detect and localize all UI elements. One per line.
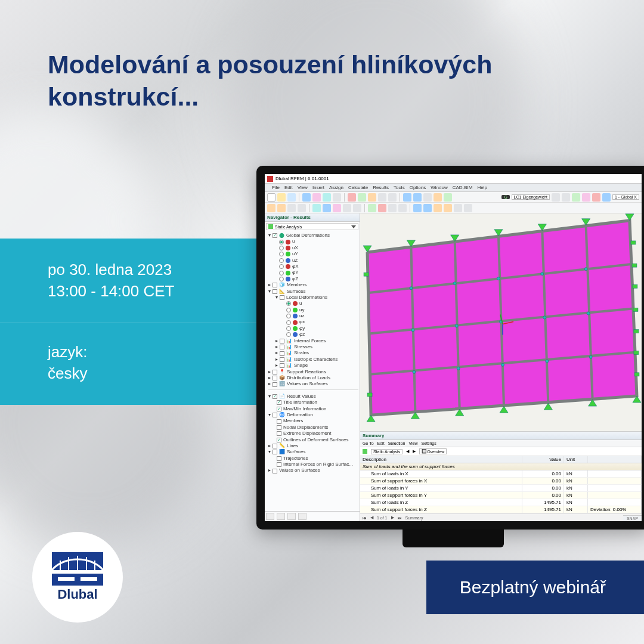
nav-tab-icon[interactable] [287, 513, 296, 520]
tool-icon[interactable] [388, 204, 397, 212]
tree-axis[interactable]: uY [292, 251, 298, 257]
tree-axis[interactable]: u [299, 301, 302, 306]
tool-icon[interactable] [413, 193, 422, 202]
tool-icon[interactable] [358, 193, 366, 202]
tree-extreme[interactable]: Extreme Displacement [283, 431, 331, 436]
open-icon[interactable] [277, 193, 286, 202]
menu-edit[interactable]: Edit [284, 185, 293, 190]
menu-assign[interactable]: Assign [329, 185, 343, 190]
prev-icon[interactable] [552, 193, 560, 202]
tool-icon[interactable] [434, 193, 442, 202]
tool-icon[interactable] [287, 204, 296, 212]
tool-icon[interactable] [444, 204, 452, 212]
tree-shape[interactable]: Shape [294, 363, 308, 369]
tree-members[interactable]: Members [287, 282, 306, 288]
navigator-footer[interactable] [265, 511, 360, 521]
menu-bar[interactable]: File Edit View Insert Assign Calculate R… [265, 184, 642, 192]
new-icon[interactable] [267, 193, 275, 202]
tool-icon[interactable] [368, 204, 376, 212]
view-combo[interactable]: 1 - Global X [612, 194, 639, 200]
tree-outlines[interactable]: Outlines of Deformed Surfaces [283, 437, 348, 443]
tree-axis[interactable]: u [292, 239, 295, 244]
tree-values-surf2[interactable]: Values on Surfaces [279, 467, 320, 473]
menu-results[interactable]: Results [373, 185, 389, 190]
tree-axis[interactable]: φy [299, 326, 305, 332]
tree-axis[interactable]: uy [299, 307, 304, 313]
next-icon[interactable]: ▶ [391, 515, 394, 520]
tool-icon[interactable] [378, 193, 386, 202]
tree-axis[interactable]: φX [292, 264, 299, 270]
menu-cadbim[interactable]: CAD-BIM [453, 185, 473, 190]
tool-icon[interactable] [348, 193, 356, 202]
next-icon[interactable] [562, 193, 570, 202]
menu-options[interactable]: Options [410, 185, 426, 190]
tree-surfaces2[interactable]: Surfaces [287, 449, 306, 455]
tool-icon[interactable] [333, 204, 341, 212]
menu-tools[interactable]: Tools [394, 185, 405, 190]
tree-axis[interactable]: uZ [292, 258, 298, 264]
tool-icon[interactable] [423, 193, 432, 202]
tree-stresses[interactable]: Stresses [294, 344, 312, 350]
summary-menubar[interactable]: Go To Edit Selection View Settings [360, 440, 642, 447]
next-icon[interactable]: ▶ [413, 449, 416, 454]
tree-deformation[interactable]: Deformation [287, 412, 313, 418]
loadcase-combo[interactable]: LC1 Eigengewicht [512, 194, 550, 200]
summary-settings[interactable]: Settings [421, 441, 436, 445]
tool-icon[interactable] [602, 193, 611, 202]
nav-tab-icon[interactable] [277, 513, 285, 520]
overview-combo[interactable]: 🔲 Overview [419, 448, 447, 454]
tree-axis[interactable]: φx [299, 319, 305, 325]
summary-edit[interactable]: Edit [377, 441, 385, 445]
menu-help[interactable]: Help [477, 185, 487, 190]
menu-file[interactable]: File [272, 185, 280, 190]
menu-insert[interactable]: Insert [312, 185, 324, 190]
summary-view[interactable]: View [408, 441, 417, 445]
tool-icon[interactable] [388, 193, 397, 202]
analysis-combo[interactable]: Static Analysis [266, 223, 358, 230]
tool-icon[interactable] [343, 204, 351, 212]
tool-icon[interactable] [333, 193, 341, 202]
tool-icon[interactable] [368, 193, 376, 202]
navigator-panel[interactable]: Navigator - Results Static Analysis ▾⬤Gl… [265, 213, 360, 521]
tree-isotropic[interactable]: Isotropic Characteris [294, 357, 338, 363]
tool-icon[interactable] [572, 193, 580, 202]
tool-icon[interactable] [302, 193, 311, 202]
summary-pager[interactable]: ⏮ ◀ 1 of 1 ▶ ⏭ Summary [360, 513, 642, 521]
summary-goto[interactable]: Go To [363, 441, 374, 445]
tool-icon[interactable] [423, 204, 432, 212]
tree-axis[interactable]: φZ [292, 276, 298, 282]
toolbar-1[interactable]: G LC1 Eigengewicht 1 - Global X [265, 192, 642, 203]
tool-icon[interactable] [454, 204, 462, 212]
tool-icon[interactable] [434, 204, 442, 212]
tool-icon[interactable] [378, 204, 386, 212]
tree-trajectories[interactable]: Trajectories [283, 456, 308, 462]
tree-axis[interactable]: φz [299, 332, 305, 338]
tree-result-values[interactable]: Result Values [287, 394, 316, 400]
tree-axis[interactable]: uX [292, 245, 298, 251]
tree-title-info[interactable]: Title Information [283, 400, 317, 405]
tool-icon[interactable] [267, 204, 275, 212]
tree-internal-forces[interactable]: Internal Forces [294, 338, 326, 344]
prev-icon[interactable]: ◀ [406, 449, 409, 454]
menu-window[interactable]: Window [431, 185, 447, 190]
tree-axis[interactable]: uz [299, 313, 304, 319]
tool-icon[interactable] [312, 193, 321, 202]
tree-maxmin[interactable]: Max/Min Information [283, 406, 326, 412]
tool-icon[interactable] [353, 204, 361, 212]
tool-icon[interactable] [312, 204, 321, 212]
tree-values-surfaces[interactable]: Values on Surfaces [287, 381, 328, 387]
tool-icon[interactable] [403, 193, 411, 202]
tool-icon[interactable] [444, 193, 452, 202]
tree-rigid[interactable]: Internal Forces on Rigid Surfac... [283, 462, 353, 467]
toolbar-2[interactable] [265, 203, 642, 213]
summary-selection[interactable]: Selection [388, 441, 405, 445]
tool-icon[interactable] [277, 204, 286, 212]
summary-analysis-combo[interactable]: Static Analysis [371, 449, 402, 454]
results-tree[interactable]: ▾⬤Global Deformations u uX uY uZ φX φY φ… [265, 231, 360, 511]
nav-tab-icon[interactable] [266, 513, 274, 520]
save-icon[interactable] [287, 193, 296, 202]
3d-viewport[interactable] [360, 213, 642, 432]
tool-icon[interactable] [413, 204, 422, 212]
tree-surfaces[interactable]: Surfaces [287, 289, 306, 295]
nav-tab-icon[interactable] [298, 513, 306, 520]
